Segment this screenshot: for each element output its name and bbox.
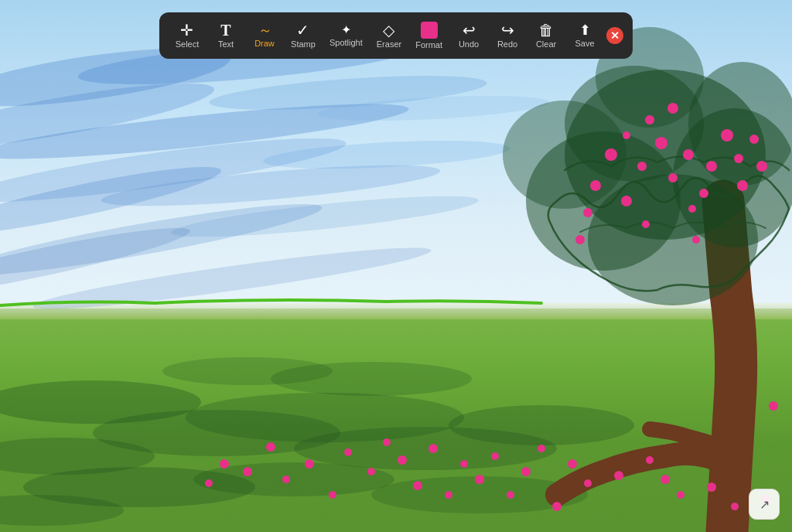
tool-select[interactable]: ✛ Select (169, 19, 206, 52)
eraser-icon: ◇ (383, 22, 394, 38)
tool-format[interactable]: Format (409, 19, 449, 53)
stamp-label: Stamp (291, 39, 316, 49)
undo-icon: ↩ (463, 22, 476, 38)
eraser-label: Eraser (377, 39, 401, 49)
spotlight-label: Spotlight (329, 38, 363, 47)
tool-text[interactable]: T Text (207, 19, 244, 52)
redo-label: Redo (497, 39, 517, 49)
add-button[interactable]: ↗ (749, 489, 780, 520)
tool-draw[interactable]: ～ Draw (246, 20, 283, 51)
canvas-area[interactable]: ✛ Select T Text ～ Draw ✓ Stamp ✦ Spotlig… (0, 0, 792, 532)
clear-label: Clear (536, 39, 556, 49)
save-label: Save (575, 39, 594, 48)
close-button[interactable]: ✕ (606, 27, 623, 44)
format-label: Format (415, 40, 442, 49)
redo-icon: ↪ (501, 22, 514, 38)
text-icon: T (220, 22, 230, 38)
select-icon: ✛ (180, 22, 193, 38)
text-label: Text (218, 39, 234, 49)
save-icon: ⬆ (579, 23, 591, 37)
spotlight-icon: ✦ (341, 24, 351, 36)
tool-eraser[interactable]: ◇ Eraser (370, 19, 408, 52)
draw-label: Draw (254, 39, 275, 48)
stamp-icon: ✓ (296, 22, 309, 38)
tool-redo[interactable]: ↪ Redo (489, 19, 526, 52)
format-color-swatch (421, 22, 438, 39)
tool-undo[interactable]: ↩ Undo (450, 19, 487, 52)
draw-icon: ～ (258, 23, 271, 37)
tool-stamp[interactable]: ✓ Stamp (285, 19, 322, 52)
add-icon: ↗ (760, 497, 770, 512)
ground-background (0, 309, 792, 532)
toolbar: ✛ Select T Text ～ Draw ✓ Stamp ✦ Spotlig… (159, 12, 633, 59)
trash-icon: 🗑 (538, 22, 554, 38)
tool-clear[interactable]: 🗑 Clear (527, 19, 565, 52)
tool-spotlight[interactable]: ✦ Spotlight (323, 21, 369, 50)
select-label: Select (176, 39, 200, 49)
horizon-line (0, 303, 792, 319)
tool-save[interactable]: ⬆ Save (566, 20, 603, 51)
undo-label: Undo (459, 39, 479, 49)
